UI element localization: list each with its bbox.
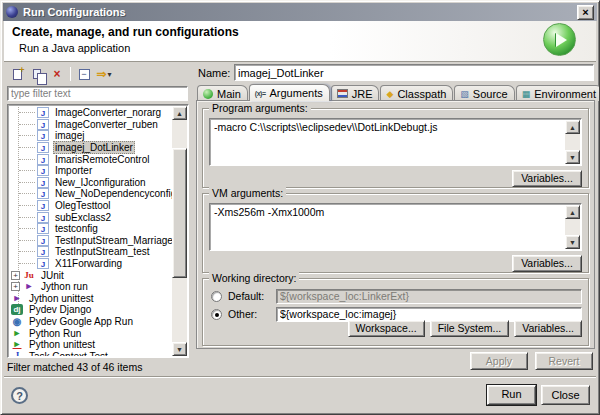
tree-item-label: Jython unittest	[27, 293, 95, 304]
working-directory-buttons: Workspace... File System... Variables...	[348, 320, 582, 337]
tree-item[interactable]: JTestInputStream_test	[10, 246, 172, 258]
tree-item-label: Pydev Google App Run	[27, 316, 135, 327]
python-unittest-icon: ►	[11, 339, 23, 350]
tree-item-label: ImageConverter_ruben	[53, 119, 160, 130]
tab-arguments[interactable]: (x)=Arguments	[249, 84, 330, 101]
tree-item[interactable]: JTestInputStream_Marriage	[10, 235, 172, 247]
java-app-icon: J	[37, 246, 49, 257]
java-app-icon: J	[37, 200, 49, 211]
tree-item-label: New_IJconfiguration	[53, 177, 148, 188]
java-app-icon: J	[37, 119, 49, 130]
filter-configurations-button[interactable]: ⇒ ▾	[94, 65, 114, 83]
default-radio[interactable]	[211, 291, 222, 302]
tab-environment[interactable]: ▦Environment	[516, 85, 600, 101]
tab-arguments-icon: (x)=	[255, 90, 266, 97]
vm-arguments-scrollbar[interactable]: ▲ ▼	[565, 205, 580, 249]
tree-item-label: TestInputStream_Marriage	[53, 235, 172, 246]
tree-item[interactable]: JNew_IJconfiguration	[10, 177, 172, 189]
tree-scrollbar[interactable]: ▲ ▼	[172, 106, 187, 356]
scroll-down-icon[interactable]: ▼	[565, 235, 580, 249]
tab-main[interactable]: Main	[197, 85, 248, 101]
tree-item[interactable]: JImarisRemoteControl	[10, 153, 172, 165]
variables-button[interactable]: Variables...	[514, 320, 582, 337]
apply-button[interactable]: Apply	[470, 352, 528, 370]
scroll-up-icon[interactable]: ▲	[172, 106, 187, 120]
tree-item[interactable]: Jimagej	[10, 130, 172, 142]
help-button[interactable]: ?	[11, 387, 28, 404]
tree-rows: JImageConverter_norargJImageConverter_ru…	[10, 107, 172, 356]
tree-connector	[19, 217, 35, 218]
scroll-up-icon[interactable]: ▲	[565, 120, 580, 134]
tree-item[interactable]: ►Python unittest	[10, 339, 172, 351]
name-input[interactable]	[234, 64, 594, 81]
run-button[interactable]: Run	[487, 385, 536, 405]
working-directory-group: Working directory: Default: Other: Works…	[202, 278, 589, 346]
tree-item[interactable]: djPydev Django	[10, 304, 172, 316]
program-arguments-variables-button[interactable]: Variables...	[512, 170, 582, 187]
tree-item[interactable]: +JuJUnit	[10, 269, 172, 281]
tree-item[interactable]: JOlegTesttool	[10, 200, 172, 212]
close-button[interactable]: Close	[541, 385, 590, 405]
java-app-icon: J	[37, 212, 49, 223]
expander-icon[interactable]: +	[11, 282, 20, 291]
tree-item[interactable]: JsubExclass2	[10, 211, 172, 223]
java-app-icon: J	[37, 188, 49, 199]
tree-item[interactable]: ►Python Run	[10, 327, 172, 339]
tree-item[interactable]: Jtestconfig	[10, 223, 172, 235]
tree-item[interactable]: JNew_NoDependencyconfiguration	[10, 188, 172, 200]
tree-connector	[19, 240, 35, 241]
tree-item[interactable]: JX11Forwarding	[10, 258, 172, 270]
expander-icon[interactable]: +	[11, 271, 20, 280]
collapse-all-button[interactable]: −	[74, 65, 94, 83]
task-context-test-icon: J	[11, 351, 23, 356]
scroll-down-icon[interactable]: ▼	[565, 150, 580, 164]
delete-icon: ×	[53, 67, 60, 81]
tree-item-label: Task Context Test	[27, 351, 110, 356]
default-directory-row: Default:	[211, 288, 582, 304]
tree-item[interactable]: JTask Context Test	[10, 350, 172, 356]
footer-separator	[4, 376, 596, 378]
filter-input[interactable]	[7, 86, 188, 101]
scrollbar-thumb[interactable]	[172, 148, 187, 278]
close-icon[interactable]: ×	[577, 5, 594, 20]
jython-run-icon: ►	[23, 281, 35, 292]
tree-item[interactable]: Jimagej_DotLinker	[10, 142, 172, 154]
delete-configuration-button[interactable]: ×	[47, 65, 67, 83]
new-configuration-button[interactable]: +	[7, 65, 27, 83]
program-arguments-scrollbar[interactable]: ▲ ▼	[565, 120, 580, 164]
duplicate-configuration-button[interactable]	[27, 65, 47, 83]
tree-item[interactable]: +►Jython run	[10, 281, 172, 293]
tree-connector	[19, 205, 35, 206]
tree-item[interactable]: JImageConverter_norarg	[10, 107, 172, 119]
tree-item[interactable]: ►Jython unittest	[10, 293, 172, 305]
toolbar-separator	[70, 67, 71, 81]
other-radio[interactable]	[211, 309, 222, 320]
file-system-button[interactable]: File System...	[430, 320, 510, 337]
tab-source-icon: ▧	[460, 89, 469, 99]
java-app-icon: J	[37, 165, 49, 176]
program-arguments-input[interactable]: -macro C:\\scripts\\eclipsedev\\DotLinkD…	[211, 120, 565, 164]
vm-arguments-variables-button[interactable]: Variables...	[512, 255, 582, 272]
tab-jre[interactable]: JRE	[331, 85, 380, 101]
pydev-gae-icon: ◉	[11, 316, 23, 327]
tab-source[interactable]: ▧Source	[454, 85, 514, 101]
tree-item-label: Python Run	[27, 328, 83, 339]
workspace-button[interactable]: Workspace...	[348, 320, 425, 337]
tree-connector	[19, 182, 35, 183]
tree-item[interactable]: JImporter	[10, 165, 172, 177]
tree-item-label: ImageConverter_norarg	[53, 107, 163, 118]
tree-item-label: JUnit	[39, 270, 66, 281]
python-run-icon: ►	[11, 328, 23, 339]
scroll-up-icon[interactable]: ▲	[565, 205, 580, 219]
tree-item-label: Pydev Django	[27, 304, 93, 315]
tree-item-label: imagej	[53, 130, 86, 141]
new-config-icon: +	[13, 69, 22, 80]
revert-button[interactable]: Revert	[535, 352, 593, 370]
tree-item[interactable]: ◉Pydev Google App Run	[10, 316, 172, 328]
scroll-down-icon[interactable]: ▼	[172, 342, 187, 356]
tree-item[interactable]: JImageConverter_ruben	[10, 119, 172, 131]
titlebar[interactable]: Run Configurations ×	[3, 3, 597, 21]
banner: Create, manage, and run configurations R…	[4, 21, 596, 62]
vm-arguments-input[interactable]: -Xms256m -Xmx1000m	[211, 205, 565, 249]
tab-classpath[interactable]: ◆Classpath	[380, 85, 453, 101]
